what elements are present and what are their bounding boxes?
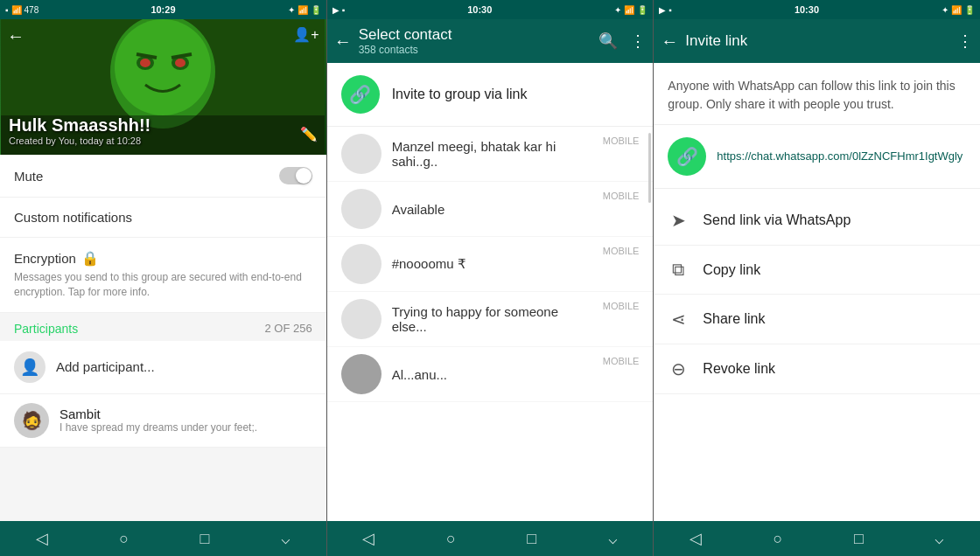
bt-icon-3: ✦ xyxy=(942,5,948,15)
back-button-1[interactable]: ← xyxy=(7,26,24,46)
select-contact-subtitle: 358 contacts xyxy=(359,44,599,56)
contact-item-4[interactable]: Al...anu... MOBILE xyxy=(327,347,654,402)
nav-home-2[interactable]: ○ xyxy=(446,530,456,548)
nav-back-1[interactable]: ◁ xyxy=(36,529,48,548)
info-section: Mute Custom notifications Encryption 🔒 M… xyxy=(0,155,326,521)
nav-home-3[interactable]: ○ xyxy=(774,530,783,548)
wifi-icon-2: 📶 xyxy=(624,5,634,15)
group-name: Hulk Smaasshh!! xyxy=(9,115,150,136)
contact-name-2: #noooomu ₹ xyxy=(392,256,592,272)
contact-row-sambit[interactable]: 🧔 Sambit I have spread my dreams under y… xyxy=(0,394,326,448)
group-header: ← 👤+ Hulk Smaasshh!! Created by You, tod… xyxy=(0,19,326,155)
contact-name-4: Al...anu... xyxy=(392,367,592,382)
select-contact-title: Select contact xyxy=(359,26,599,44)
contact-type-0: MOBILE xyxy=(603,134,640,146)
battery-icon-3: 🔋 xyxy=(964,5,975,15)
edit-icon[interactable]: ✏️ xyxy=(300,126,318,142)
panel-invite-link: ▶ ▪ 10:30 ✦ 📶 🔋 ← Invite link ⋮ Anyone w… xyxy=(653,0,980,556)
play-icon-2: ▶ xyxy=(332,5,340,15)
back-button-3[interactable]: ← xyxy=(661,31,678,52)
panel-group-info: ▪ 📶 478 10:29 ✦ 📶 🔋 xyxy=(0,0,326,556)
send-link-action[interactable]: ➤ Send link via WhatsApp xyxy=(654,196,980,246)
contact-name-sambit: Sambit xyxy=(60,407,257,421)
invite-link-row[interactable]: 🔗 Invite to group via link xyxy=(327,63,654,127)
battery-icon-2: 🔋 xyxy=(637,5,648,15)
nav-square-3[interactable]: □ xyxy=(854,530,864,548)
nav-back-2[interactable]: ◁ xyxy=(362,529,374,548)
time-display-1: 10:29 xyxy=(150,4,175,15)
more-icon-3[interactable]: ⋮ xyxy=(957,31,973,51)
contact-avatar-4 xyxy=(341,354,382,394)
add-contact-icon[interactable]: 👤+ xyxy=(293,26,318,43)
nav-home-1[interactable]: ○ xyxy=(119,530,129,548)
nav-recent-2[interactable]: ⌵ xyxy=(608,529,618,548)
toggle-knob xyxy=(296,168,312,184)
search-icon-2[interactable]: 🔍 xyxy=(598,31,618,51)
contact-info-3: Trying to happy for someone else... xyxy=(392,304,592,334)
toolbar-actions-2: 🔍 ⋮ xyxy=(598,31,646,51)
contact-item-1[interactable]: Available MOBILE xyxy=(327,182,654,237)
battery-icon-1: 🔋 xyxy=(311,5,321,15)
share-link-icon: ⋖ xyxy=(668,309,689,330)
status-left-icons: ▪ 📶 478 xyxy=(5,5,38,15)
toolbar-3: ← Invite link ⋮ xyxy=(654,19,980,63)
svg-point-2 xyxy=(115,19,211,115)
wifi-icon-1: 📶 xyxy=(298,5,308,15)
invite-link-title: Invite link xyxy=(685,32,957,50)
signal-icon: 📶 xyxy=(11,5,22,15)
link-circle-icon: 🔗 xyxy=(341,75,380,114)
contact-info-1: Available xyxy=(392,202,592,217)
bt-icon-2: ✦ xyxy=(614,5,621,15)
encryption-row[interactable]: Encryption 🔒 Messages you send to this g… xyxy=(0,238,326,313)
status-left-3: ▶ ▪ xyxy=(659,5,672,15)
panel-select-contact: ▶ ▪ 10:30 ✦ 📶 🔋 ← Select contact 358 con… xyxy=(326,0,654,556)
send-link-label: Send link via WhatsApp xyxy=(703,212,850,228)
contact-type-2: MOBILE xyxy=(603,244,640,256)
invite-link-label: Invite to group via link xyxy=(392,87,528,102)
link-card-icon: 🔗 xyxy=(668,137,706,176)
custom-notifications-row[interactable]: Custom notifications xyxy=(0,198,326,238)
status-bar-1: ▪ 📶 478 10:29 ✦ 📶 🔋 xyxy=(0,0,326,19)
contact-type-1: MOBILE xyxy=(603,189,640,201)
contact-avatar-3 xyxy=(341,299,382,339)
group-created: Created by You, today at 10:28 xyxy=(9,136,150,146)
participants-count: 2 OF 256 xyxy=(264,322,312,335)
copy-link-action[interactable]: ⧉ Copy link xyxy=(654,246,980,295)
nav-square-2[interactable]: □ xyxy=(527,530,536,548)
nav-recent-1[interactable]: ⌵ xyxy=(281,529,290,548)
contact-item-2[interactable]: #noooomu ₹ MOBILE xyxy=(327,237,654,292)
back-button-2[interactable]: ← xyxy=(334,31,352,52)
nav-square-1[interactable]: □ xyxy=(200,530,210,548)
nav-recent-3[interactable]: ⌵ xyxy=(934,529,944,548)
toolbar-2: ← Select contact 358 contacts 🔍 ⋮ xyxy=(327,19,654,63)
link-value[interactable]: https://chat.whatsapp.com/0lZzNCFHmr1Igt… xyxy=(717,149,962,164)
status-right-2: ✦ 📶 🔋 xyxy=(614,5,648,15)
mute-row[interactable]: Mute xyxy=(0,155,326,198)
contact-avatar-2 xyxy=(341,244,382,284)
contact-status-sambit: I have spread my dreams under your feet;… xyxy=(60,421,257,434)
status-bar-3: ▶ ▪ 10:30 ✦ 📶 🔋 xyxy=(654,0,980,19)
contact-item-3[interactable]: Trying to happy for someone else... MOBI… xyxy=(327,292,654,347)
sim-icon: ▪ xyxy=(5,5,9,15)
contact-info-2: #noooomu ₹ xyxy=(392,256,592,272)
custom-notifications-label: Custom notifications xyxy=(14,210,132,225)
mute-toggle[interactable] xyxy=(279,167,312,184)
contact-item-0[interactable]: Manzel meegi, bhatak kar hi sahi..g.. MO… xyxy=(327,127,654,182)
nav-back-3[interactable]: ◁ xyxy=(690,529,702,548)
scroll-indicator xyxy=(648,133,651,203)
bottom-nav-2: ◁ ○ □ ⌵ xyxy=(327,521,654,556)
time-display-2: 10:30 xyxy=(467,4,492,15)
more-icon-2[interactable]: ⋮ xyxy=(630,31,646,51)
wifi-icon-3: 📶 xyxy=(951,5,962,15)
share-link-action[interactable]: ⋖ Share link xyxy=(654,295,980,344)
share-link-label: Share link xyxy=(703,311,765,327)
invite-link-panel: Anyone with WhatsApp can follow this lin… xyxy=(654,63,980,521)
add-participant-row[interactable]: 👤 Add participant... xyxy=(0,341,326,394)
contact-name-1: Available xyxy=(392,202,592,217)
status-right-icons-1: ✦ 📶 🔋 xyxy=(288,5,321,15)
contact-avatar-0 xyxy=(341,134,382,174)
status-right-3: ✦ 📶 🔋 xyxy=(942,5,975,15)
revoke-link-action[interactable]: ⊖ Revoke link xyxy=(654,344,980,394)
bottom-nav-3: ◁ ○ □ ⌵ xyxy=(654,521,980,556)
copy-link-label: Copy link xyxy=(703,262,760,278)
